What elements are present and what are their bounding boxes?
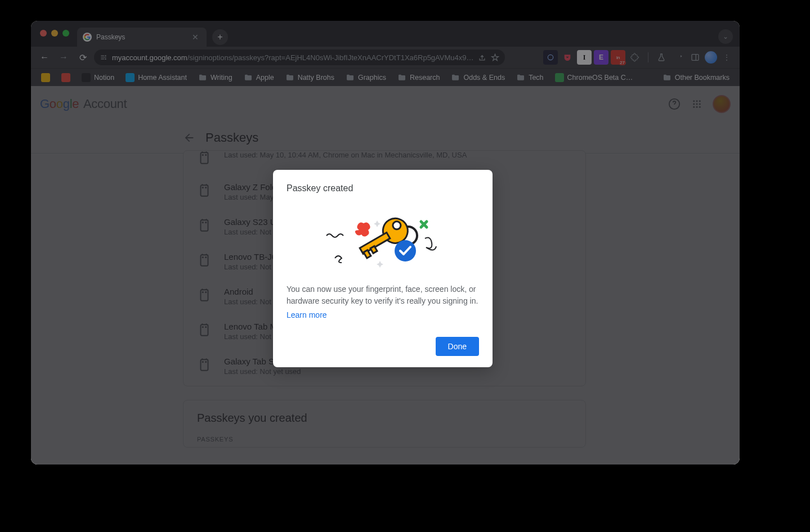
dialog-illustration xyxy=(287,199,479,278)
done-button[interactable]: Done xyxy=(436,337,479,356)
modal-scrim-chrome xyxy=(31,21,740,86)
passkey-created-dialog: Passkey created xyxy=(273,170,493,367)
dialog-actions: Done xyxy=(287,337,479,356)
browser-window: Passkeys ✕ + ⌄ ← → ⟳ myaccount.google.co… xyxy=(31,21,740,465)
dialog-body: You can now use your fingerprint, face, … xyxy=(287,283,479,321)
svg-rect-56 xyxy=(364,250,371,258)
dialog-title: Passkey created xyxy=(287,183,479,193)
dialog-body-text: You can now use your fingerprint, face, … xyxy=(287,285,478,305)
learn-more-link[interactable]: Learn more xyxy=(287,309,479,321)
